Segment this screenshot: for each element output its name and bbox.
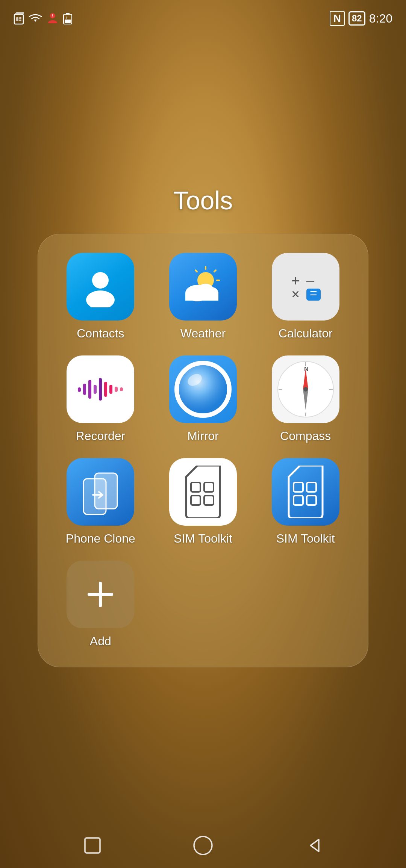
contacts-icon bbox=[67, 253, 134, 321]
svg-point-11 bbox=[92, 272, 109, 289]
recorder-icon bbox=[67, 355, 134, 423]
mirror-icon bbox=[169, 355, 237, 423]
svg-text:N: N bbox=[304, 366, 309, 372]
alert-icon: ! bbox=[47, 12, 59, 25]
calculator-label: Calculator bbox=[279, 327, 333, 340]
svg-rect-8 bbox=[66, 13, 70, 14]
svg-text:!: ! bbox=[66, 16, 67, 20]
app-sim-toolkit-1[interactable]: SIM Toolkit bbox=[161, 458, 245, 546]
svg-point-12 bbox=[86, 290, 115, 307]
svg-rect-32 bbox=[104, 382, 107, 397]
mirror-label: Mirror bbox=[187, 429, 219, 443]
compass-icon: N bbox=[272, 355, 339, 423]
svg-rect-4 bbox=[19, 20, 21, 21]
app-compass[interactable]: N Compass bbox=[264, 355, 347, 443]
recorder-label: Recorder bbox=[76, 429, 126, 443]
svg-line-17 bbox=[195, 270, 197, 272]
svg-text:×: × bbox=[291, 286, 300, 302]
svg-rect-9 bbox=[65, 20, 71, 23]
svg-rect-31 bbox=[99, 378, 102, 401]
main-content: Tools Contacts bbox=[38, 30, 368, 868]
svg-rect-29 bbox=[88, 380, 91, 399]
battery-low-icon: ! bbox=[63, 12, 72, 25]
svg-rect-56 bbox=[294, 496, 303, 505]
svg-line-15 bbox=[214, 270, 216, 272]
svg-text:!: ! bbox=[52, 14, 53, 18]
app-recorder[interactable]: Recorder bbox=[59, 355, 142, 443]
app-calculator[interactable]: + – × = Calculator bbox=[264, 253, 347, 340]
svg-rect-51 bbox=[204, 482, 214, 492]
status-right: N 82 8:20 bbox=[330, 11, 392, 26]
weather-icon bbox=[169, 253, 237, 321]
sim-toolkit-blue-icon bbox=[272, 458, 339, 526]
add-icon bbox=[67, 561, 134, 628]
sim-toolkit-2-label: SIM Toolkit bbox=[276, 532, 335, 546]
svg-point-47 bbox=[303, 387, 308, 392]
folder-container: Contacts Weath bbox=[38, 234, 368, 667]
phone-clone-icon bbox=[67, 458, 134, 526]
svg-marker-1 bbox=[14, 12, 24, 14]
add-label: Add bbox=[90, 634, 111, 648]
sim-toolkit-white-icon bbox=[169, 458, 237, 526]
app-mirror[interactable]: Mirror bbox=[161, 355, 245, 443]
recent-apps-button[interactable] bbox=[83, 836, 102, 855]
svg-text:=: = bbox=[310, 286, 317, 300]
wifi-icon bbox=[29, 13, 42, 24]
sim-toolkit-1-label: SIM Toolkit bbox=[174, 532, 232, 546]
battery-indicator: 82 bbox=[348, 11, 365, 26]
svg-rect-21 bbox=[185, 293, 218, 301]
svg-rect-27 bbox=[78, 387, 81, 392]
svg-rect-49 bbox=[83, 479, 106, 514]
svg-rect-52 bbox=[191, 496, 200, 505]
phone-clone-label: Phone Clone bbox=[66, 532, 135, 546]
svg-rect-53 bbox=[204, 496, 214, 505]
app-add[interactable]: Add bbox=[59, 561, 142, 648]
svg-rect-33 bbox=[109, 385, 112, 394]
nav-bar bbox=[0, 823, 406, 868]
svg-rect-34 bbox=[115, 387, 118, 392]
svg-rect-0 bbox=[14, 14, 23, 24]
svg-rect-3 bbox=[19, 17, 21, 19]
app-sim-toolkit-2[interactable]: SIM Toolkit bbox=[264, 458, 347, 546]
svg-rect-60 bbox=[85, 838, 100, 853]
svg-point-37 bbox=[179, 365, 227, 413]
svg-rect-55 bbox=[307, 482, 316, 492]
calculator-icon: + – × = bbox=[272, 253, 339, 321]
contacts-label: Contacts bbox=[77, 327, 124, 340]
folder-title: Tools bbox=[173, 186, 233, 215]
app-phone-clone[interactable]: Phone Clone bbox=[59, 458, 142, 546]
svg-rect-35 bbox=[120, 387, 123, 391]
svg-rect-2 bbox=[16, 17, 18, 21]
back-button[interactable] bbox=[304, 836, 323, 855]
app-contacts[interactable]: Contacts bbox=[59, 253, 142, 340]
status-icons-left: ! ! bbox=[14, 12, 72, 25]
home-button[interactable] bbox=[192, 835, 214, 856]
status-bar: ! ! N 82 8:20 bbox=[0, 0, 406, 30]
svg-rect-57 bbox=[307, 496, 316, 505]
svg-rect-30 bbox=[94, 385, 97, 394]
compass-label: Compass bbox=[280, 429, 331, 443]
sim-icon bbox=[14, 12, 24, 25]
svg-rect-50 bbox=[191, 482, 200, 492]
svg-rect-54 bbox=[294, 482, 303, 492]
weather-label: Weather bbox=[180, 327, 226, 340]
svg-rect-28 bbox=[83, 384, 86, 395]
svg-point-61 bbox=[194, 836, 212, 854]
app-weather[interactable]: Weather bbox=[161, 253, 245, 340]
nfc-icon: N bbox=[330, 11, 345, 26]
svg-marker-62 bbox=[311, 839, 319, 851]
time-display: 8:20 bbox=[369, 12, 392, 26]
